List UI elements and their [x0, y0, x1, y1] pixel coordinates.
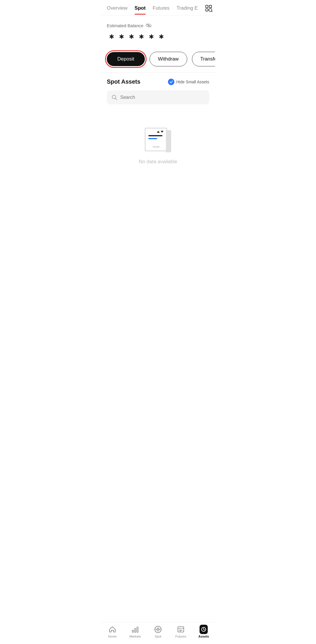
- bottom-nav-markets[interactable]: Markets: [126, 625, 144, 638]
- scan-settings-icon[interactable]: [205, 5, 212, 15]
- assets-icon: [200, 625, 208, 633]
- toobit-logo: Toobit: [145, 128, 171, 154]
- tab-futures[interactable]: Futures: [153, 5, 170, 15]
- balance-value: ＊＊＊＊＊＊: [107, 32, 209, 45]
- svg-point-7: [112, 95, 116, 99]
- tab-trading-e[interactable]: Trading E: [176, 5, 198, 15]
- balance-label-row: Estimated Balance: [107, 23, 209, 28]
- balance-section: Estimated Balance ＊＊＊＊＊＊ Deposit Withdra…: [101, 16, 215, 72]
- search-input[interactable]: [120, 95, 205, 100]
- transfer-button[interactable]: Transfer: [192, 52, 215, 66]
- assets-header: Spot Assets Hide Small Assets: [107, 78, 209, 85]
- spot-assets-title: Spot Assets: [107, 78, 140, 85]
- futures-icon: [177, 625, 185, 633]
- tab-spot[interactable]: Spot: [135, 5, 146, 15]
- svg-rect-9: [132, 630, 133, 632]
- svg-rect-14: [178, 627, 184, 632]
- search-bar[interactable]: [107, 90, 209, 104]
- check-circle-icon: [168, 79, 174, 85]
- svg-rect-10: [135, 628, 136, 632]
- eye-slash-icon[interactable]: [146, 23, 152, 28]
- search-icon: [111, 94, 117, 100]
- svg-rect-11: [137, 627, 138, 632]
- spot-nav-label: Spot: [155, 635, 162, 638]
- bottom-nav-assets[interactable]: Assets: [195, 625, 212, 638]
- spot-assets-section: Spot Assets Hide Small Assets: [101, 73, 215, 182]
- futures-nav-label: Futures: [175, 635, 186, 638]
- bottom-navigation: Home Markets Spot: [101, 622, 215, 644]
- svg-rect-1: [209, 5, 212, 8]
- svg-rect-0: [206, 5, 208, 8]
- home-icon: [108, 625, 116, 633]
- action-buttons: Deposit Withdraw Transfer: [107, 52, 209, 66]
- markets-icon: [131, 625, 139, 633]
- estimated-balance-label: Estimated Balance: [107, 23, 143, 28]
- toobit-logo-text: Toobit: [148, 145, 164, 148]
- svg-line-8: [116, 99, 117, 100]
- svg-rect-2: [206, 9, 208, 11]
- bottom-nav-spot[interactable]: Spot: [149, 625, 167, 638]
- hide-small-assets-toggle[interactable]: Hide Small Assets: [168, 79, 209, 85]
- empty-state: Toobit No data available: [107, 110, 209, 182]
- tab-overview[interactable]: Overview: [107, 5, 128, 15]
- deposit-button[interactable]: Deposit: [107, 52, 145, 66]
- no-data-label: No data available: [139, 159, 177, 165]
- top-navigation: Overview Spot Futures Trading E: [101, 0, 215, 16]
- withdraw-button[interactable]: Withdraw: [150, 52, 187, 66]
- svg-line-4: [212, 11, 212, 12]
- assets-nav-label: Assets: [198, 635, 209, 638]
- spot-icon: [154, 625, 162, 633]
- markets-nav-label: Markets: [129, 635, 141, 638]
- home-nav-label: Home: [108, 635, 116, 638]
- bottom-nav-futures[interactable]: Futures: [172, 625, 190, 638]
- bottom-nav-home[interactable]: Home: [104, 625, 121, 638]
- hide-small-assets-label: Hide Small Assets: [176, 80, 209, 84]
